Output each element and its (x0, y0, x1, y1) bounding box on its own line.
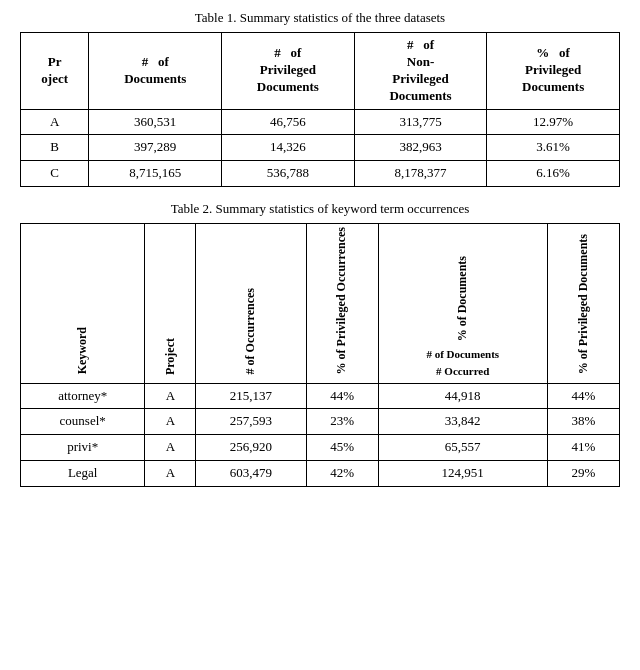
table1-row0-cell1: 360,531 (89, 109, 222, 135)
table1-row1-cell1: 397,289 (89, 135, 222, 161)
table2-row3-cell5: 29% (547, 461, 619, 487)
table2-header-2: # of Occurrences (196, 224, 306, 383)
table1-row0-cell2: 46,756 (222, 109, 355, 135)
table1-header-0: Project (21, 33, 89, 110)
table1-row2-cell2: 536,788 (222, 161, 355, 187)
table2-row2-cell1: A (145, 435, 196, 461)
table1-row2-cell4: 6.16% (487, 161, 620, 187)
table1-header-4: % ofPrivilegedDocuments (487, 33, 620, 110)
table1-row1-cell4: 3.61% (487, 135, 620, 161)
table1: Project # ofDocuments # ofPrivilegedDocu… (20, 32, 620, 187)
table2-row2-cell2: 256,920 (196, 435, 306, 461)
table1-caption: Table 1. Summary statistics of the three… (20, 10, 620, 26)
table2-row3-cell3: 42% (306, 461, 378, 487)
table2-header-1: Project (145, 224, 196, 383)
table2-row1-cell5: 38% (547, 409, 619, 435)
table2-header-5: % of Privileged Documents (547, 224, 619, 383)
table2-row3-cell1: A (145, 461, 196, 487)
table1-row2-cell0: C (21, 161, 89, 187)
table2-row2-cell3: 45% (306, 435, 378, 461)
table2-row2-cell0: privi* (21, 435, 145, 461)
table1-header-3: # ofNon-PrivilegedDocuments (354, 33, 487, 110)
table2-row1-cell0: counsel* (21, 409, 145, 435)
table2-header-4: % of Documents # of Documents# Occurred (378, 224, 547, 383)
table2-row1-cell4: 33,842 (378, 409, 547, 435)
table2-row1-cell3: 23% (306, 409, 378, 435)
table2-row2-cell4: 65,557 (378, 435, 547, 461)
table1-row2-cell1: 8,715,165 (89, 161, 222, 187)
table2-row0-cell4: 44,918 (378, 383, 547, 409)
table1-row1-cell3: 382,963 (354, 135, 487, 161)
table1-row0-cell0: A (21, 109, 89, 135)
table2: Keyword Project # of Occurrences % of Pr… (20, 223, 620, 487)
table2-row3-cell0: Legal (21, 461, 145, 487)
table2-row0-cell0: attorney* (21, 383, 145, 409)
table1-row0-cell3: 313,775 (354, 109, 487, 135)
table1-row0-cell4: 12.97% (487, 109, 620, 135)
table1-row1-cell2: 14,326 (222, 135, 355, 161)
table2-row3-cell4: 124,951 (378, 461, 547, 487)
table2-row0-cell1: A (145, 383, 196, 409)
table2-row1-cell2: 257,593 (196, 409, 306, 435)
table2-caption: Table 2. Summary statistics of keyword t… (20, 201, 620, 217)
table1-header-1: # ofDocuments (89, 33, 222, 110)
table2-header-3: % of Privileged Occurrences (306, 224, 378, 383)
table2-row0-cell2: 215,137 (196, 383, 306, 409)
table2-row3-cell2: 603,479 (196, 461, 306, 487)
table2-row0-cell5: 44% (547, 383, 619, 409)
table1-row2-cell3: 8,178,377 (354, 161, 487, 187)
table1-row1-cell0: B (21, 135, 89, 161)
table2-row1-cell1: A (145, 409, 196, 435)
table2-header-0: Keyword (21, 224, 145, 383)
table1-header-2: # ofPrivilegedDocuments (222, 33, 355, 110)
table2-row2-cell5: 41% (547, 435, 619, 461)
table2-row0-cell3: 44% (306, 383, 378, 409)
